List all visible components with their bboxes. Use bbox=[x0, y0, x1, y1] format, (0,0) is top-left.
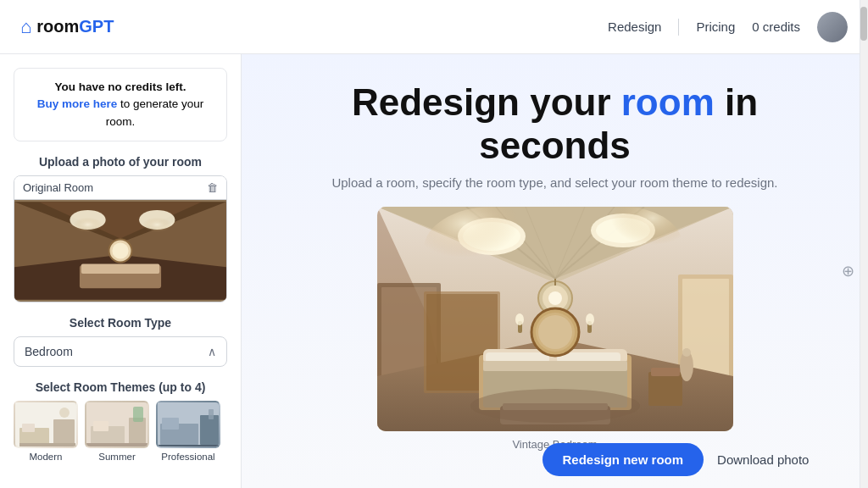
theme-item-modern[interactable]: Modern bbox=[14, 401, 78, 462]
svg-rect-14 bbox=[22, 424, 35, 432]
room-display: Vintage Bedroom bbox=[377, 207, 733, 451]
upload-header: Original Room 🗑 bbox=[14, 176, 226, 200]
hero-title: Redesign your room in seconds bbox=[275, 81, 834, 167]
svg-point-11 bbox=[142, 217, 172, 231]
theme-thumbnail-professional bbox=[156, 401, 220, 448]
main-content: Redesign your room in seconds Upload a r… bbox=[242, 54, 868, 488]
svg-point-76 bbox=[470, 389, 640, 423]
sidebar: You have no credits left. Buy more here … bbox=[0, 54, 242, 488]
svg-point-44 bbox=[564, 207, 682, 283]
logo-text: roomGPT bbox=[36, 17, 114, 36]
upload-section: Upload a photo of your room Original Roo… bbox=[14, 155, 227, 302]
hero-title-part1: Redesign your bbox=[352, 81, 621, 123]
logo-icon: ⌂ bbox=[20, 16, 31, 38]
download-photo-link[interactable]: Download photo bbox=[717, 452, 809, 467]
svg-rect-23 bbox=[133, 407, 143, 422]
pricing-nav-link[interactable]: Pricing bbox=[696, 19, 735, 34]
svg-rect-62 bbox=[483, 361, 627, 371]
svg-point-55 bbox=[548, 291, 562, 305]
avatar-image bbox=[817, 12, 848, 42]
upload-preview bbox=[14, 200, 226, 302]
nav-divider bbox=[678, 19, 679, 36]
room-thumbnail-svg bbox=[14, 200, 226, 302]
svg-rect-15 bbox=[53, 419, 75, 445]
room-type-dropdown[interactable]: Bedroom ∧ bbox=[14, 336, 227, 367]
svg-point-69 bbox=[515, 313, 524, 325]
hero-subtitle: Upload a room, specify the room type, an… bbox=[331, 175, 777, 190]
svg-rect-73 bbox=[651, 368, 680, 376]
chevron-down-icon: ∧ bbox=[208, 345, 216, 358]
top-nav: Redesign Pricing 0 credits bbox=[608, 12, 848, 42]
delete-icon[interactable]: 🗑 bbox=[207, 181, 218, 194]
upload-section-label: Upload a photo of your room bbox=[14, 155, 227, 169]
svg-rect-28 bbox=[158, 445, 220, 448]
theme-label-summer: Summer bbox=[98, 452, 135, 462]
credits-warning-box: You have no credits left. Buy more here … bbox=[14, 68, 227, 141]
svg-rect-20 bbox=[93, 421, 108, 431]
themes-section-label: Select Room Themes (up to 4) bbox=[14, 380, 227, 394]
credits-badge: 0 credits bbox=[752, 19, 800, 34]
hero-title-highlight: room bbox=[621, 81, 715, 123]
room-image bbox=[377, 207, 733, 431]
theme-item-summer[interactable]: Summer bbox=[85, 401, 149, 462]
room-type-section: Select Room Type Bedroom ∧ bbox=[14, 316, 227, 367]
room-main-svg bbox=[377, 207, 733, 431]
credits-warning-suffix: to generate your room. bbox=[106, 97, 204, 127]
theme-label-modern: Modern bbox=[30, 452, 63, 462]
theme-label-professional: Professional bbox=[161, 452, 214, 462]
svg-point-10 bbox=[73, 217, 103, 231]
svg-rect-16 bbox=[19, 443, 75, 446]
svg-rect-26 bbox=[162, 418, 179, 430]
room-type-value: Bedroom bbox=[25, 345, 73, 358]
avatar[interactable] bbox=[817, 12, 848, 42]
scrollbar-track bbox=[860, 54, 868, 488]
credits-warning-text: You have no credits left. bbox=[54, 80, 186, 93]
svg-rect-72 bbox=[648, 372, 682, 406]
main-layout: You have no credits left. Buy more here … bbox=[0, 54, 868, 488]
redesign-nav-link[interactable]: Redesign bbox=[608, 19, 661, 34]
room-type-label: Select Room Type bbox=[14, 316, 227, 330]
expand-icon[interactable]: ⊕ bbox=[842, 262, 854, 280]
svg-rect-29 bbox=[209, 409, 214, 419]
svg-rect-7 bbox=[81, 263, 159, 274]
svg-point-67 bbox=[538, 315, 572, 349]
svg-point-75 bbox=[682, 348, 691, 357]
svg-point-9 bbox=[112, 242, 128, 258]
theme-thumbnail-summer bbox=[85, 401, 149, 448]
svg-point-71 bbox=[586, 313, 594, 325]
upload-box[interactable]: Original Room 🗑 bbox=[14, 175, 227, 302]
original-room-label: Original Room bbox=[23, 181, 93, 194]
svg-rect-22 bbox=[86, 443, 149, 447]
themes-section: Select Room Themes (up to 4) Modern bbox=[14, 380, 227, 462]
header: ⌂ roomGPT Redesign Pricing 0 credits bbox=[0, 0, 868, 54]
theme-thumbnail-modern bbox=[14, 401, 78, 448]
themes-grid: Modern Summer bbox=[14, 401, 227, 462]
buy-credits-link[interactable]: Buy more here bbox=[37, 97, 118, 110]
svg-point-43 bbox=[424, 207, 559, 291]
logo[interactable]: ⌂ roomGPT bbox=[20, 16, 114, 38]
redesign-button[interactable]: Redesign new room bbox=[542, 443, 704, 476]
svg-rect-27 bbox=[200, 415, 219, 445]
theme-item-professional[interactable]: Professional bbox=[156, 401, 220, 462]
svg-point-17 bbox=[59, 408, 70, 418]
bottom-bar: Redesign new room Download photo bbox=[483, 431, 868, 488]
